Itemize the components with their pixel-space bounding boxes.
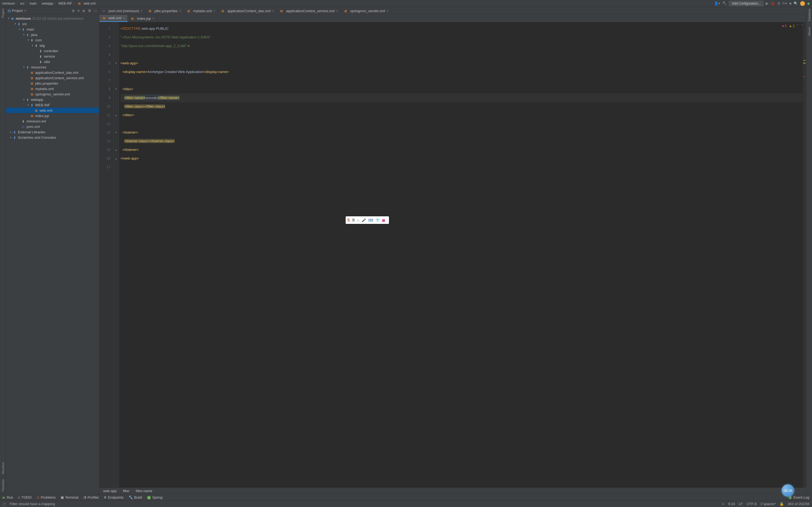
error-stripe[interactable] <box>803 22 806 488</box>
tree-node[interactable]: ▦applicationContext_dao.xml <box>6 70 99 75</box>
goto-icon[interactable]: ⇢ <box>721 502 724 506</box>
profile-icon[interactable]: ↻▾ <box>782 1 787 5</box>
crumb-root[interactable]: mimissm <box>2 2 15 5</box>
recording-timer[interactable]: 00:28 <box>782 484 794 497</box>
project-tree[interactable]: ▾▣mimissmD:\22-23-1\ssm-prj-one\mimissm▾… <box>6 15 99 494</box>
stop-icon[interactable]: ■ <box>789 1 792 5</box>
code-line[interactable]: <display-name>Archetype Created Web Appl… <box>120 68 803 76</box>
next-highlight-icon[interactable]: ˅ <box>801 24 803 28</box>
status-icon[interactable]: ▢ <box>3 502 6 506</box>
endpoints-tool-button[interactable]: ✱Endpoints <box>104 495 124 499</box>
close-tab-icon[interactable]: × <box>179 9 181 12</box>
tree-node[interactable]: ▮service <box>6 54 99 59</box>
hide-icon[interactable]: — <box>94 9 97 13</box>
project-title[interactable]: Project <box>12 9 23 13</box>
close-tab-icon[interactable]: × <box>213 9 215 12</box>
indent-info[interactable]: 2 spaces* <box>760 502 776 506</box>
terminal-tool-button[interactable]: ▣Terminal <box>61 495 79 499</box>
code-line[interactable]: <listener> <box>120 128 803 137</box>
code-line[interactable]: <filter-class></filter-class> <box>120 102 803 111</box>
ime-more-icon[interactable]: ▦ <box>382 218 385 222</box>
ime-mic-icon[interactable]: 🎤 <box>362 218 366 222</box>
close-tab-icon[interactable]: × <box>387 9 388 12</box>
editor-tab[interactable]: ▦mybatis.xml× <box>184 7 218 14</box>
spring-tool-button[interactable]: ⬤Spring <box>147 495 163 499</box>
build-tool-button[interactable]: 🔧Build <box>129 495 142 499</box>
run-tool-button[interactable]: ▶Run <box>3 495 13 499</box>
locate-icon[interactable]: ⊕ <box>72 9 75 13</box>
tree-node[interactable]: ▦web.xml <box>6 108 99 113</box>
fold-gutter[interactable]: ▾▾··▴▾·▴▴ <box>113 22 119 488</box>
editor-tab[interactable]: ▦jdbc.properties× <box>145 7 184 14</box>
line-separator[interactable]: LF <box>739 502 743 506</box>
tool-database-tab[interactable]: Database <box>808 9 811 21</box>
tree-node[interactable]: ▦mybatis.xml <box>6 86 99 92</box>
code-line[interactable] <box>120 119 803 128</box>
file-encoding[interactable]: UTF-8 <box>747 502 757 506</box>
todo-tool-button[interactable]: ≡TODO <box>18 495 32 499</box>
coverage-icon[interactable]: ◔ <box>777 1 780 5</box>
build-icon[interactable]: 🔨 <box>722 1 727 5</box>
code-line[interactable]: <!DOCTYPE web-app PUBLIC <box>120 24 803 33</box>
tree-node[interactable]: ▾▮main <box>6 26 99 32</box>
ime-toolbar[interactable]: S 英 •, 🎤 ⌨ 👕 ▦ <box>346 216 389 224</box>
problems-tool-button[interactable]: ⊘Problems <box>37 495 56 499</box>
close-tab-icon[interactable]: × <box>123 16 125 20</box>
search-icon[interactable]: 🔍 <box>794 1 798 5</box>
editor-tab[interactable]: ▦applicationContext_service.xml× <box>277 7 341 14</box>
tree-node[interactable]: ▾▮com <box>6 37 99 43</box>
tree-node[interactable]: ▾▮wlg <box>6 43 99 48</box>
memory-indicator[interactable]: 453 of 2022M <box>788 502 809 506</box>
tree-node[interactable]: ▾▮src <box>6 21 99 26</box>
code-line[interactable] <box>120 76 803 85</box>
tree-node[interactable]: ▾▮webapp <box>6 97 99 102</box>
editor-tab[interactable]: ▦springmvc_servlet.xml× <box>341 7 391 14</box>
tree-node[interactable]: ▮mimissm.iml <box>6 118 99 124</box>
ime-punct-icon[interactable]: •, <box>357 218 359 222</box>
tree-root[interactable]: ▾▣mimissmD:\22-23-1\ssm-prj-one\mimissm <box>6 16 99 21</box>
readonly-icon[interactable]: 🔓 <box>779 502 784 506</box>
debug-icon[interactable]: 🐞 <box>771 1 775 5</box>
code-line[interactable]: "http://java.sun.com/dtd/web-app_2_3.dtd… <box>120 42 803 50</box>
tree-node[interactable]: ▮utils <box>6 59 99 64</box>
tree-node[interactable]: ▾▮resources <box>6 64 99 70</box>
inspection-summary[interactable]: ●3 ▲2 ˄ ˅ <box>782 24 803 28</box>
code-editor[interactable]: <!DOCTYPE web-app PUBLIC"-//Sun Microsys… <box>119 22 803 488</box>
tree-node[interactable]: ▸▮Scratches and Consoles <box>6 135 99 140</box>
close-tab-icon[interactable]: × <box>141 9 142 12</box>
prev-highlight-icon[interactable]: ˄ <box>797 24 799 28</box>
ime-keyboard-icon[interactable]: ⌨ <box>368 218 373 222</box>
code-line[interactable]: <filter-name>encode</filter-name> <box>120 94 803 102</box>
tree-node[interactable]: ▾▮WEB-INF <box>6 102 99 108</box>
code-line[interactable]: <listener-class></listener-class> <box>120 137 803 146</box>
gear-icon[interactable]: ⚙ <box>88 9 91 13</box>
dropdown-chevron-icon[interactable]: ▼ <box>24 9 26 12</box>
ime-skin-icon[interactable]: 👕 <box>375 218 380 222</box>
close-tab-icon[interactable]: × <box>152 17 154 20</box>
close-tab-icon[interactable]: × <box>272 9 274 12</box>
editor-tab[interactable]: ▦applicationContext_dao.xml× <box>218 7 277 14</box>
tool-favorites-tab[interactable]: Favorites <box>1 479 5 491</box>
tree-node[interactable]: mpom.xml <box>6 124 99 129</box>
editor-tab[interactable]: ▦index.jsp× <box>128 15 157 22</box>
code-line[interactable] <box>120 163 803 171</box>
close-tab-icon[interactable]: × <box>336 9 338 12</box>
collapse-all-icon[interactable]: ≣ <box>82 9 85 13</box>
code-line[interactable]: </filter> <box>120 111 803 119</box>
code-line[interactable]: </listener> <box>120 146 803 154</box>
tree-node[interactable]: ▮controller <box>6 48 99 54</box>
code-line[interactable] <box>120 50 803 59</box>
ide-settings-icon[interactable]: ◆ <box>807 1 810 5</box>
editor-tab[interactable]: ▦web.xml× <box>99 15 128 22</box>
event-log-button[interactable]: 2Event Log <box>788 495 809 499</box>
line-number-gutter[interactable]: 1234567891011121314151617 <box>99 22 113 488</box>
tree-node[interactable]: ▸▮External Libraries <box>6 129 99 135</box>
editor-tab[interactable]: mpom.xml (mimissm)× <box>99 7 145 14</box>
editor-breadcrumbs[interactable]: web-app 〉 filter 〉 filter-name <box>99 488 806 494</box>
tool-maven-tab[interactable]: Maven <box>808 27 811 36</box>
tree-node[interactable]: ▦index.jsp <box>6 113 99 118</box>
code-line[interactable]: <web-app> <box>120 59 803 68</box>
expand-all-icon[interactable]: ≡ <box>78 9 80 13</box>
tool-project-tab[interactable]: Project <box>1 9 5 18</box>
run-icon[interactable]: ▶ <box>766 1 768 5</box>
